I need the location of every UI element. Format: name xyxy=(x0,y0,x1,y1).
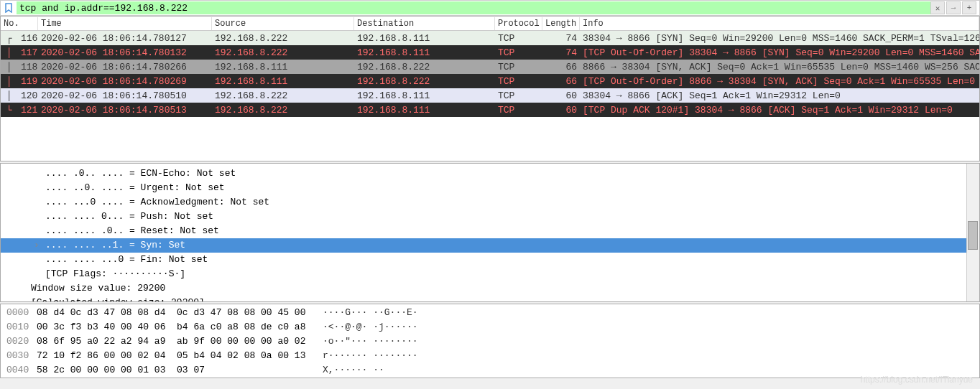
cell-time: 2020-02-06 18:06:14.780513 xyxy=(38,104,212,116)
cell-time: 2020-02-06 18:06:14.780510 xyxy=(38,90,212,102)
cell-info: [TCP Dup ACK 120#1] 38304 → 8866 [ACK] S… xyxy=(580,104,979,116)
cell-info: 38304 → 8866 [SYN] Seq=0 Win=29200 Len=0… xyxy=(580,32,979,44)
hex-offset: 0040 xyxy=(6,363,37,378)
cell-destination: 192.168.8.111 xyxy=(354,90,495,102)
hex-line[interactable]: 003072 10 f2 86 00 00 02 04 05 b4 04 02 … xyxy=(6,349,974,363)
cell-length: 60 xyxy=(542,104,580,116)
packet-row[interactable]: └1212020-02-06 18:06:14.780513192.168.8.… xyxy=(1,103,979,117)
cell-no: 117 xyxy=(18,47,38,59)
detail-line[interactable]: ›.... .... ..1. = Syn: Set xyxy=(1,238,979,253)
filter-buttons: ✕ → + xyxy=(930,1,979,14)
cell-no: 121 xyxy=(18,104,38,116)
cell-no: 116 xyxy=(18,32,38,44)
cell-length: 66 xyxy=(542,75,580,88)
cell-info: 38304 → 8866 [ACK] Seq=1 Ack=1 Win=29312… xyxy=(580,90,979,102)
detail-line[interactable]: [TCP Flags: ··········S·] xyxy=(1,267,979,281)
hex-ascii: r······· ········ xyxy=(323,349,418,363)
packet-list-header: No. Time Source Destination Protocol Len… xyxy=(1,17,979,31)
detail-line[interactable]: Window size value: 29200 xyxy=(1,281,979,296)
hex-offset: 0030 xyxy=(6,349,37,363)
hex-ascii: X,······ ·· xyxy=(323,363,384,378)
watermark: https://blog.csdn.net/ITianyue xyxy=(861,375,973,385)
filter-input[interactable] xyxy=(17,1,930,14)
cell-source: 192.168.8.111 xyxy=(212,75,354,88)
row-indicator: │ xyxy=(1,75,18,88)
hex-content: 000008 d4 0c d3 47 08 08 d4 0c d3 47 08 … xyxy=(1,304,979,378)
hex-line[interactable]: 001000 3c f3 b3 40 00 40 06 b4 6a c0 a8 … xyxy=(6,320,974,334)
clear-filter-button[interactable]: ✕ xyxy=(930,1,945,14)
cell-info: [TCP Out-Of-Order] 8866 → 38304 [SYN, AC… xyxy=(580,75,979,88)
scroll-thumb[interactable] xyxy=(968,221,978,250)
cell-protocol: TCP xyxy=(495,61,542,73)
hex-ascii: ····G··· ··G···E· xyxy=(323,306,418,320)
cell-time: 2020-02-06 18:06:14.780127 xyxy=(38,32,212,44)
hex-dump-pane: 000008 d4 0c d3 47 08 08 d4 0c d3 47 08 … xyxy=(0,304,980,378)
packet-row[interactable]: │1202020-02-06 18:06:14.780510192.168.8.… xyxy=(1,88,979,103)
column-info[interactable]: Info xyxy=(580,17,979,30)
row-indicator: │ xyxy=(1,61,18,73)
column-source[interactable]: Source xyxy=(212,17,354,30)
cell-length: 74 xyxy=(542,32,580,44)
column-protocol[interactable]: Protocol xyxy=(495,17,542,30)
packet-rows: ┌1162020-02-06 18:06:14.780127192.168.8.… xyxy=(1,31,979,117)
detail-line[interactable]: .... .... 0... = Push: Not set xyxy=(1,210,979,224)
hex-line[interactable]: 002008 6f 95 a0 22 a2 94 a9 ab 9f 00 00 … xyxy=(6,334,974,349)
hex-ascii: ·<··@·@· ·j······ xyxy=(323,320,418,334)
column-no[interactable]: No. xyxy=(1,17,38,30)
packet-row[interactable]: │1192020-02-06 18:06:14.780269192.168.8.… xyxy=(1,74,979,88)
cell-protocol: TCP xyxy=(495,104,542,116)
packet-row[interactable]: │1172020-02-06 18:06:14.780132192.168.8.… xyxy=(1,45,979,60)
detail-line[interactable]: .... .... ...0 = Fin: Not set xyxy=(1,253,979,267)
cell-destination: 192.168.8.111 xyxy=(354,104,495,116)
cell-source: 192.168.8.222 xyxy=(212,90,354,102)
cell-length: 60 xyxy=(542,90,580,102)
details-scrollbar[interactable] xyxy=(966,164,979,301)
cell-no: 119 xyxy=(18,75,38,88)
filter-bar: ✕ → + xyxy=(0,0,980,16)
cell-no: 118 xyxy=(18,61,38,73)
cell-destination: 192.168.8.111 xyxy=(354,32,495,44)
cell-info: [TCP Out-Of-Order] 38304 → 8866 [SYN] Se… xyxy=(580,47,979,59)
detail-line[interactable]: [Calculated window size: 29200] xyxy=(1,296,979,302)
hex-offset: 0020 xyxy=(6,334,37,349)
cell-time: 2020-02-06 18:06:14.780269 xyxy=(38,75,212,88)
cell-source: 192.168.8.222 xyxy=(212,32,354,44)
row-indicator: │ xyxy=(1,90,18,102)
detail-line[interactable]: .... .... .0.. = Reset: Not set xyxy=(1,224,979,238)
hex-offset: 0010 xyxy=(6,320,37,334)
add-filter-button[interactable]: + xyxy=(962,1,976,14)
packet-details-pane: .... .0.. .... = ECN-Echo: Not set.... .… xyxy=(0,163,980,302)
packet-row[interactable]: ┌1162020-02-06 18:06:14.780127192.168.8.… xyxy=(1,31,979,45)
apply-filter-button[interactable]: → xyxy=(946,1,961,14)
hex-bytes: 08 6f 95 a0 22 a2 94 a9 ab 9f 00 00 00 0… xyxy=(37,334,323,349)
row-indicator: ┌ xyxy=(1,32,18,44)
row-indicator: │ xyxy=(1,47,18,59)
detail-line[interactable]: .... .0.. .... = ECN-Echo: Not set xyxy=(1,167,979,181)
details-content: .... .0.. .... = ECN-Echo: Not set.... .… xyxy=(1,164,979,302)
cell-source: 192.168.8.111 xyxy=(212,61,354,73)
detail-line[interactable]: .... ...0 .... = Acknowledgment: Not set xyxy=(1,195,979,210)
expand-icon[interactable]: › xyxy=(34,238,42,253)
hex-offset: 0000 xyxy=(6,306,37,320)
cell-destination: 192.168.8.222 xyxy=(354,61,495,73)
packet-row[interactable]: │1182020-02-06 18:06:14.780266192.168.8.… xyxy=(1,60,979,74)
column-destination[interactable]: Destination xyxy=(354,17,495,30)
column-time[interactable]: Time xyxy=(38,17,212,30)
cell-time: 2020-02-06 18:06:14.780132 xyxy=(38,47,212,59)
bookmark-icon[interactable] xyxy=(2,1,15,14)
cell-destination: 192.168.8.111 xyxy=(354,47,495,59)
hex-ascii: ·o··"··· ········ xyxy=(323,334,418,349)
cell-time: 2020-02-06 18:06:14.780266 xyxy=(38,61,212,73)
column-length[interactable]: Length xyxy=(542,17,580,30)
hex-bytes: 08 d4 0c d3 47 08 08 d4 0c d3 47 08 08 0… xyxy=(37,306,323,320)
hex-line[interactable]: 004058 2c 00 00 00 00 01 03 03 07X,·····… xyxy=(6,363,974,378)
cell-info: 8866 → 38304 [SYN, ACK] Seq=0 Ack=1 Win=… xyxy=(580,61,979,73)
hex-line[interactable]: 000008 d4 0c d3 47 08 08 d4 0c d3 47 08 … xyxy=(6,306,974,320)
cell-destination: 192.168.8.222 xyxy=(354,75,495,88)
detail-line[interactable]: .... ..0. .... = Urgent: Not set xyxy=(1,181,979,195)
row-indicator: └ xyxy=(1,104,18,116)
cell-source: 192.168.8.222 xyxy=(212,104,354,116)
cell-length: 66 xyxy=(542,61,580,73)
cell-no: 120 xyxy=(18,90,38,102)
hex-bytes: 00 3c f3 b3 40 00 40 06 b4 6a c0 a8 08 d… xyxy=(37,320,323,334)
